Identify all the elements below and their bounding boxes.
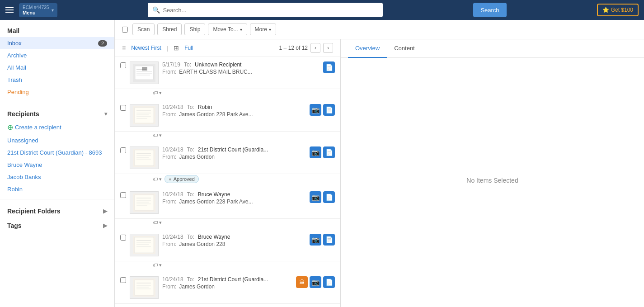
- item-3-camera-icon[interactable]: 📷: [310, 191, 321, 203]
- item-2-tag-row: 🏷 ▾ ● Approved: [115, 174, 340, 187]
- recipients-title: Recipients: [7, 110, 39, 118]
- recipients-chevron-icon: ▾: [104, 111, 107, 117]
- table-row[interactable]: 10/24/18 To: Robin From: James Gordon 22…: [115, 99, 340, 142]
- table-row[interactable]: 10/24/18 To: 21st District Court (Guardi…: [115, 272, 340, 304]
- item-1-to: Robin: [198, 104, 212, 110]
- item-5-from: James Gordon: [179, 283, 215, 290]
- item-5-camera-icon[interactable]: 📷: [310, 276, 321, 288]
- item-3-checkbox[interactable]: [120, 192, 126, 198]
- ship-button[interactable]: Ship: [184, 24, 205, 35]
- sort-full-label: Full: [184, 45, 193, 51]
- item-2-camera-icon[interactable]: 📷: [310, 146, 321, 158]
- item-2-date: 10/24/18: [162, 146, 183, 153]
- sort-full[interactable]: Full: [184, 45, 193, 51]
- get-money-button[interactable]: ⭐ Get $100: [597, 4, 639, 16]
- sidebar-item-all-mail[interactable]: All Mail: [0, 61, 114, 74]
- table-row[interactable]: 5/17/19 To: Unknown Recipient From: EART…: [115, 57, 340, 99]
- item-2-document-icon[interactable]: 📄: [323, 146, 335, 158]
- item-1-info: 10/24/18 To: Robin From: James Gordon 22…: [162, 104, 306, 118]
- app-layout: Mail Inbox 2 Archive All Mail Trash Pend…: [0, 20, 644, 307]
- item-0-to-label: To:: [184, 61, 191, 68]
- inbox-label: Inbox: [7, 40, 22, 47]
- tags-header[interactable]: Tags ▶: [0, 217, 114, 232]
- top-header: ECM #44725 Menu ▾ 🔍 Search ⭐ Get $100: [0, 0, 644, 20]
- item-3-tag-button[interactable]: 🏷 ▾: [153, 220, 162, 226]
- item-4-checkbox[interactable]: [120, 235, 126, 241]
- content-split: ≡ Newest First | ⊞ Full 1 – 12 of 12 ‹ ›: [115, 39, 644, 307]
- bruce-wayne-label: Bruce Wayne: [7, 161, 42, 168]
- sidebar-item-21st-district[interactable]: 21st District Court (Guardian) - 8693: [0, 146, 114, 159]
- item-0-checkbox[interactable]: [120, 62, 126, 68]
- sidebar-item-jacob-banks[interactable]: Jacob Banks: [0, 171, 114, 183]
- item-5-archive-icon[interactable]: 🏛: [296, 276, 308, 288]
- item-1-thumbnail: [130, 104, 159, 127]
- menu-button[interactable]: [5, 7, 14, 13]
- item-0-to: Unknown Recipient: [195, 61, 241, 68]
- archive-label: Archive: [7, 52, 27, 59]
- item-4-info: 10/24/18 To: Bruce Wayne From: James Gor…: [162, 234, 306, 247]
- prev-page-button[interactable]: ‹: [310, 43, 320, 53]
- menu-label: Menu: [23, 10, 49, 15]
- list-icon: ≡: [122, 44, 126, 52]
- recipient-folders-header[interactable]: Recipient Folders ▶: [0, 203, 114, 217]
- next-page-button[interactable]: ›: [323, 43, 333, 53]
- move-to-button[interactable]: Move To... ▾: [208, 24, 247, 35]
- item-5-to-label: To:: [187, 276, 194, 283]
- sidebar-item-unassigned[interactable]: Unassigned: [0, 134, 114, 146]
- svg-rect-8: [135, 108, 154, 123]
- tab-content[interactable]: Content: [387, 39, 422, 58]
- sidebar-item-inbox[interactable]: Inbox 2: [0, 37, 114, 49]
- tab-overview[interactable]: Overview: [348, 39, 387, 58]
- scan-button[interactable]: Scan: [132, 24, 155, 35]
- item-1-tag-button[interactable]: 🏷 ▾: [153, 132, 162, 138]
- item-5-document-icon[interactable]: 📄: [323, 276, 335, 288]
- sort-newest-first[interactable]: Newest First: [131, 45, 161, 51]
- sidebar-item-pending[interactable]: Pending: [0, 86, 114, 98]
- search-input[interactable]: [163, 7, 378, 14]
- sidebar-item-archive[interactable]: Archive: [0, 49, 114, 61]
- svg-rect-15: [135, 150, 154, 165]
- sidebar-item-trash[interactable]: Trash: [0, 74, 114, 86]
- item-0-tag-button[interactable]: 🏷 ▾: [153, 90, 162, 96]
- item-5-checkbox[interactable]: [120, 277, 126, 283]
- item-4-tag-button[interactable]: 🏷 ▾: [153, 262, 162, 268]
- list-header: ≡ Newest First | ⊞ Full 1 – 12 of 12 ‹ ›: [115, 39, 340, 57]
- item-1-checkbox[interactable]: [120, 105, 126, 111]
- move-to-label: Move To...: [213, 26, 238, 33]
- item-1-document-icon[interactable]: 📄: [323, 104, 335, 116]
- item-0-document-icon[interactable]: 📄: [323, 61, 335, 73]
- tags-label: Tags: [7, 222, 22, 229]
- item-2-checkbox[interactable]: [120, 147, 126, 153]
- item-3-document-icon[interactable]: 📄: [323, 191, 335, 203]
- toolbar: Scan Shred Ship Move To... ▾ More ▾: [115, 20, 644, 39]
- item-4-document-icon[interactable]: 📄: [323, 234, 335, 246]
- item-4-thumbnail: [130, 234, 159, 256]
- select-all-checkbox[interactable]: [122, 27, 128, 33]
- item-3-to: Bruce Wayne: [198, 191, 230, 198]
- item-4-camera-icon[interactable]: 📷: [310, 234, 321, 246]
- more-button[interactable]: More ▾: [250, 24, 276, 35]
- item-2-info: 10/24/18 To: 21st District Court (Guardi…: [162, 146, 306, 160]
- item-3-tag-row: 🏷 ▾: [115, 219, 340, 229]
- recipient-folders-label: Recipient Folders: [7, 208, 60, 215]
- shred-button[interactable]: Shred: [157, 24, 182, 35]
- item-2-to-label: To:: [187, 146, 194, 153]
- main-content: Scan Shred Ship Move To... ▾ More ▾ ≡ Ne…: [115, 20, 644, 307]
- recipients-section-header[interactable]: Recipients ▾: [0, 106, 114, 120]
- search-button[interactable]: Search: [473, 3, 506, 17]
- item-1-camera-icon[interactable]: 📷: [310, 104, 321, 116]
- table-row[interactable]: 10/24/18 To: 21st District Court (Guardi…: [115, 142, 340, 187]
- item-1-actions: 📷 📄: [310, 104, 335, 116]
- create-recipient-link[interactable]: ⊕ Create a recipient: [0, 120, 114, 134]
- item-4-date: 10/24/18: [162, 234, 183, 240]
- item-2-tag-button[interactable]: 🏷 ▾: [153, 176, 162, 182]
- table-row[interactable]: 10/24/18 To: Bruce Wayne From: James Gor…: [115, 229, 340, 272]
- sidebar-item-robin[interactable]: Robin: [0, 183, 114, 195]
- ecm-badge[interactable]: ECM #44725 Menu ▾: [19, 3, 57, 17]
- table-row[interactable]: 10/24/18 To: Bruce Wayne From: James Gor…: [115, 187, 340, 229]
- item-3-to-label: To:: [187, 191, 194, 198]
- item-3-from-label: From:: [162, 198, 176, 205]
- pagination: 1 – 12 of 12 ‹ ›: [279, 43, 333, 53]
- sidebar-item-bruce-wayne[interactable]: Bruce Wayne: [0, 159, 114, 171]
- approved-label: Approved: [174, 176, 195, 182]
